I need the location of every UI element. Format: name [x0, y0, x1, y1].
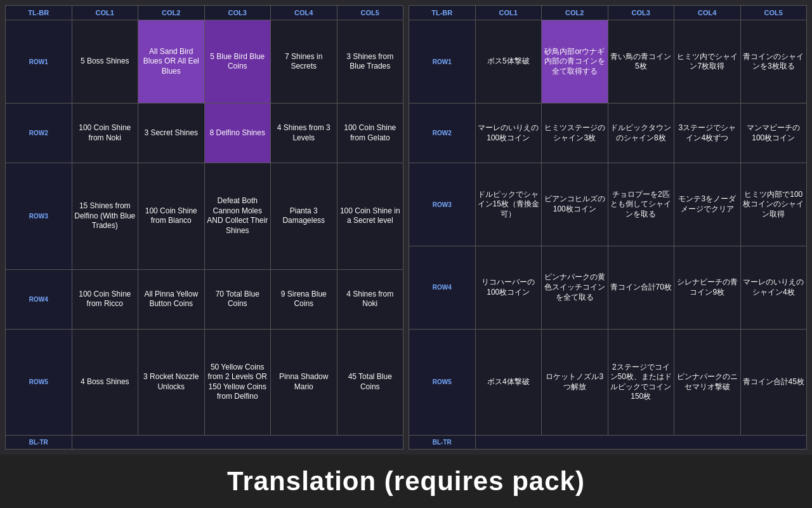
- left-row4-col4: 9 Sirena Blue Coins: [271, 269, 337, 329]
- right-row1-header: ROW1: [409, 20, 476, 104]
- left-tl-br-header: TL-BR: [6, 6, 72, 20]
- left-row2-header: ROW2: [6, 104, 72, 163]
- left-row4-header: ROW4: [6, 269, 72, 329]
- right-row5-col2: ロケットノズル3つ解放: [542, 329, 608, 435]
- left-row3-col5: 100 Coin Shine in a Secret level: [337, 163, 403, 269]
- left-row3-header: ROW3: [6, 163, 72, 269]
- left-row1-col3: 5 Blue Bird Blue Coins: [204, 20, 271, 104]
- left-row2-col2: 3 Secret Shines: [138, 104, 205, 163]
- left-row4-col5: 4 Shines from Noki: [337, 269, 403, 329]
- right-col1-header: COL1: [475, 6, 542, 20]
- right-row1-col4: ヒミツ内でシャイン7枚取得: [674, 20, 741, 104]
- right-row3-col2: ビアンコヒルズの100枚コイン: [542, 163, 608, 246]
- right-row1-col1: ボス5体撃破: [475, 20, 542, 104]
- left-row3-col3: Defeat Both Cannon Moles AND Collect The…: [204, 163, 271, 269]
- left-row5-col2: 3 Rocket Nozzle Unlocks: [138, 329, 205, 435]
- right-bl-tr-footer: BL-TR: [409, 436, 476, 450]
- tables-row: TL-BR COL1 COL2 COL3 COL4 COL5 ROW15 Bos…: [0, 0, 812, 455]
- left-row1-col4: 7 Shines in Secrets: [271, 20, 337, 104]
- left-table: TL-BR COL1 COL2 COL3 COL4 COL5 ROW15 Bos…: [5, 5, 403, 450]
- right-row4-col1: リコハーバーの100枚コイン: [475, 246, 542, 329]
- left-row5-col5: 45 Total Blue Coins: [337, 329, 403, 435]
- left-row3-col4: Pianta 3 Damageless: [271, 163, 337, 269]
- left-col3-header: COL3: [204, 6, 271, 20]
- right-row3-header: ROW3: [409, 163, 476, 246]
- right-row5-col3: 2ステージでコイン50枚、またはドルピックでコイン150枚: [608, 329, 674, 435]
- left-row1-col5: 3 Shines from Blue Trades: [337, 20, 403, 104]
- right-row1-col5: 青コインのシャインを3枚取る: [740, 20, 807, 104]
- left-row2-col3: 8 Delfino Shines: [204, 104, 271, 163]
- right-col4-header: COL4: [674, 6, 741, 20]
- right-row2-col5: マンマビーチの100枚コイン: [740, 104, 807, 163]
- right-col2-header: COL2: [542, 6, 608, 20]
- right-row3-col1: ドルピックでシャイン15枚（青換金可）: [475, 163, 542, 246]
- left-table-wrapper: TL-BR COL1 COL2 COL3 COL4 COL5 ROW15 Bos…: [5, 5, 403, 450]
- right-row4-header: ROW4: [409, 246, 476, 329]
- left-col2-header: COL2: [138, 6, 205, 20]
- left-col1-header: COL1: [72, 6, 138, 20]
- left-row1-header: ROW1: [6, 20, 72, 104]
- right-row2-col2: ヒミツステージのシャイン3枚: [542, 104, 608, 163]
- right-row4-col4: シレナビーチの青コイン9枚: [674, 246, 741, 329]
- right-row4-col3: 青コイン合計70枚: [608, 246, 674, 329]
- right-row2-col3: ドルピックタウンのシャイン8枚: [608, 104, 674, 163]
- left-row5-col3: 50 Yellow Coins from 2 Levels OR 150 Yel…: [204, 329, 271, 435]
- right-tl-br-header: TL-BR: [409, 6, 476, 20]
- right-row5-header: ROW5: [409, 329, 476, 435]
- right-row4-col2: ピンナパークの黄色スイッチコインを全て取る: [542, 246, 608, 329]
- left-row3-col1: 15 Shines from Delfino (With Blue Trades…: [72, 163, 138, 269]
- left-row2-col4: 4 Shines from 3 Levels: [271, 104, 337, 163]
- right-col3-header: COL3: [608, 6, 674, 20]
- left-row4-col2: All Pinna Yellow Button Coins: [138, 269, 205, 329]
- right-row4-col5: マーレのいりえのシャイン4枚: [740, 246, 807, 329]
- right-row2-col1: マーレのいりえの100枚コイン: [475, 104, 542, 163]
- bottom-label: Translation (requires pack): [0, 455, 812, 508]
- left-row2-col5: 100 Coin Shine from Gelato: [337, 104, 403, 163]
- right-row1-col2: 砂鳥内部orウナギ内部の青コインを全て取得する: [542, 20, 608, 104]
- left-row5-col4: Pinna Shadow Mario: [271, 329, 337, 435]
- right-row5-col5: 青コイン合計45枚: [740, 329, 807, 435]
- right-table-wrapper: TL-BR COL1 COL2 COL3 COL4 COL5 ROW1ボス5体撃…: [409, 5, 807, 450]
- right-row3-col3: チョロプーを2匹とも倒してシャインを取る: [608, 163, 674, 246]
- left-row4-col1: 100 Coin Shine from Ricco: [72, 269, 138, 329]
- right-row5-col4: ピンナパークのニセマリオ撃破: [674, 329, 741, 435]
- right-row5-col1: ボス4体撃破: [475, 329, 542, 435]
- left-col4-header: COL4: [271, 6, 337, 20]
- left-row5-header: ROW5: [6, 329, 72, 435]
- left-col5-header: COL5: [337, 6, 403, 20]
- left-row2-col1: 100 Coin Shine from Noki: [72, 104, 138, 163]
- left-row3-col2: 100 Coin Shine from Bianco: [138, 163, 205, 269]
- right-row3-col4: モンテ3をノーダメージでクリア: [674, 163, 741, 246]
- right-row1-col3: 青い鳥の青コイン5枚: [608, 20, 674, 104]
- main-container: TL-BR COL1 COL2 COL3 COL4 COL5 ROW15 Bos…: [0, 0, 812, 508]
- left-row4-col3: 70 Total Blue Coins: [204, 269, 271, 329]
- left-row1-col1: 5 Boss Shines: [72, 20, 138, 104]
- right-table: TL-BR COL1 COL2 COL3 COL4 COL5 ROW1ボス5体撃…: [409, 5, 807, 450]
- left-row1-col2: All Sand Bird Blues OR All Eel Blues: [138, 20, 205, 104]
- right-col5-header: COL5: [740, 6, 807, 20]
- right-row2-col4: 3ステージでシャイン4枚ずつ: [674, 104, 741, 163]
- left-row5-col1: 4 Boss Shines: [72, 329, 138, 435]
- right-row2-header: ROW2: [409, 104, 476, 163]
- left-bl-tr-footer: BL-TR: [6, 436, 72, 450]
- right-row3-col5: ヒミツ内部で100枚コインのシャイン取得: [740, 163, 807, 246]
